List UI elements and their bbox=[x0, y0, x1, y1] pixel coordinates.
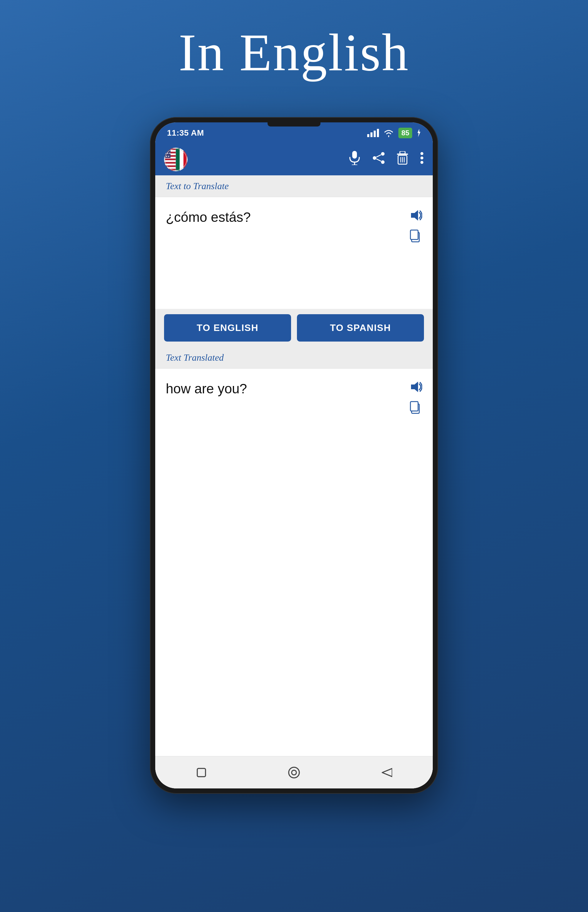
svg-point-38 bbox=[420, 157, 423, 159]
output-text-area[interactable]: how are you? bbox=[155, 369, 433, 756]
svg-marker-43 bbox=[411, 382, 418, 392]
source-text-area[interactable]: ¿cómo estás? bbox=[155, 197, 433, 309]
source-action-icons bbox=[409, 208, 422, 245]
nav-home-button[interactable] bbox=[282, 761, 306, 784]
svg-point-47 bbox=[289, 767, 299, 778]
toolbar-icons bbox=[349, 151, 424, 168]
status-time: 11:35 AM bbox=[167, 128, 204, 138]
to-spanish-button[interactable]: TO SPANISH bbox=[297, 314, 424, 342]
output-section-label: Text Translated bbox=[155, 347, 433, 369]
nav-back-button[interactable] bbox=[375, 761, 398, 784]
svg-rect-18 bbox=[176, 148, 179, 171]
output-text: how are you? bbox=[166, 379, 403, 398]
phone-frame: 11:35 AM 85 bbox=[150, 117, 438, 794]
svg-point-28 bbox=[381, 160, 384, 164]
page-title: In English bbox=[179, 24, 410, 82]
svg-rect-2 bbox=[374, 131, 376, 137]
more-icon[interactable] bbox=[420, 152, 424, 167]
svg-marker-40 bbox=[411, 210, 418, 221]
mic-icon[interactable] bbox=[349, 151, 360, 168]
source-text: ¿cómo estás? bbox=[166, 208, 403, 227]
source-speaker-icon[interactable] bbox=[409, 209, 422, 225]
svg-point-37 bbox=[420, 152, 423, 155]
svg-line-30 bbox=[376, 159, 381, 161]
app-logo: ★★★ ★★ bbox=[164, 148, 187, 171]
svg-rect-42 bbox=[410, 230, 418, 240]
phone-screen: 11:35 AM 85 bbox=[155, 122, 433, 789]
wifi-icon bbox=[383, 129, 394, 137]
battery-indicator: 85 bbox=[398, 128, 412, 138]
svg-rect-45 bbox=[410, 402, 418, 411]
source-copy-icon[interactable] bbox=[410, 230, 422, 245]
svg-rect-3 bbox=[377, 129, 379, 137]
content-area: Text to Translate ¿cómo estás? bbox=[155, 175, 433, 789]
svg-rect-1 bbox=[370, 132, 373, 137]
svg-rect-11 bbox=[165, 160, 176, 162]
output-copy-icon[interactable] bbox=[410, 401, 422, 417]
signal-icon bbox=[367, 129, 379, 137]
svg-rect-23 bbox=[352, 151, 357, 159]
svg-point-48 bbox=[292, 770, 296, 775]
app-toolbar: ★★★ ★★ bbox=[155, 144, 433, 175]
svg-marker-49 bbox=[382, 768, 392, 777]
svg-rect-0 bbox=[367, 134, 369, 137]
phone-notch bbox=[268, 122, 320, 126]
input-label-text: Text to Translate bbox=[166, 181, 229, 191]
input-section-label: Text to Translate bbox=[155, 175, 433, 197]
svg-rect-46 bbox=[197, 768, 205, 777]
bottom-nav bbox=[155, 756, 433, 789]
button-row: TO ENGLISH TO SPANISH bbox=[155, 309, 433, 347]
nav-recent-button[interactable] bbox=[190, 761, 213, 784]
output-label-text: Text Translated bbox=[166, 352, 224, 363]
share-icon[interactable] bbox=[372, 152, 385, 167]
svg-rect-13 bbox=[165, 167, 176, 169]
svg-rect-19 bbox=[179, 148, 183, 171]
svg-text:★★: ★★ bbox=[166, 155, 170, 158]
svg-rect-32 bbox=[400, 151, 405, 154]
status-icons: 85 bbox=[367, 128, 421, 138]
svg-marker-4 bbox=[417, 129, 420, 137]
to-english-button[interactable]: TO ENGLISH bbox=[164, 314, 291, 342]
svg-point-27 bbox=[373, 156, 376, 160]
svg-line-29 bbox=[376, 155, 381, 157]
svg-point-26 bbox=[381, 152, 384, 156]
svg-rect-20 bbox=[183, 148, 187, 171]
delete-icon[interactable] bbox=[397, 151, 408, 168]
output-speaker-icon[interactable] bbox=[409, 381, 422, 396]
charging-icon bbox=[416, 129, 421, 137]
svg-point-39 bbox=[420, 161, 423, 164]
output-action-icons bbox=[409, 379, 422, 417]
